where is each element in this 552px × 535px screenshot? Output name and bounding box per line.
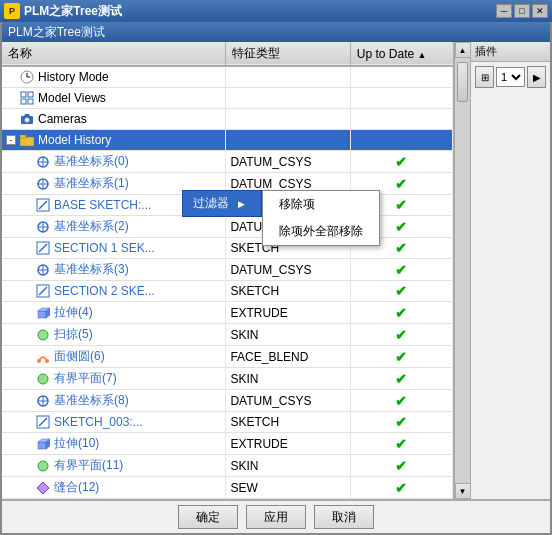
filter-label: 过滤器 (193, 195, 229, 212)
plugin-toolbar-row: ⊞ 1 2 3 ▶ (475, 66, 546, 88)
datum-icon (35, 262, 51, 278)
scrollbar[interactable]: ▲ ▼ (454, 42, 470, 499)
row-name-label: 拉伸(4) (54, 304, 93, 321)
cell-check: ✔ (350, 477, 452, 499)
cell-check (350, 66, 452, 88)
svg-point-35 (45, 359, 49, 363)
cell-name: -Model History (2, 130, 226, 151)
context-menu-item-remove[interactable]: 移除项 (263, 191, 379, 218)
sketch-icon (35, 414, 51, 430)
sketch-icon (35, 197, 51, 213)
sew-icon (35, 480, 51, 496)
check-icon: ✔ (395, 414, 407, 430)
extrude-icon (35, 436, 51, 452)
cell-type: FACE_BLEND (226, 346, 350, 368)
scroll-down-button[interactable]: ▼ (455, 483, 471, 499)
skin-icon (35, 458, 51, 474)
submenu-arrow-icon: ▶ (238, 199, 245, 209)
table-row[interactable]: 拉伸(10)EXTRUDE✔ (2, 433, 453, 455)
context-menu-item-remove-all[interactable]: 除项外全部移除 (263, 218, 379, 245)
col-name-header[interactable]: 名称 (2, 42, 226, 66)
table-row[interactable]: 基准坐标系(0)DATUM_CSYS✔ (2, 151, 453, 173)
ok-button[interactable]: 确定 (178, 505, 238, 529)
plugin-grid-button[interactable]: ⊞ (475, 66, 494, 88)
svg-marker-9 (24, 114, 30, 116)
check-icon: ✔ (395, 393, 407, 409)
row-name-label: BASE SKETCH:... (54, 198, 151, 212)
check-icon: ✔ (395, 305, 407, 321)
svg-rect-6 (28, 99, 33, 104)
cell-check: ✔ (350, 346, 452, 368)
table-row[interactable]: 拉伸(4)EXTRUDE✔ (2, 302, 453, 324)
plugin-action-button[interactable]: ▶ (527, 66, 546, 88)
sketch-icon (35, 240, 51, 256)
table-row[interactable]: 扫掠(5)SKIN✔ (2, 324, 453, 346)
svg-point-34 (37, 359, 41, 363)
check-icon: ✔ (395, 327, 407, 343)
table-row[interactable]: SKETCH_003:...SKETCH✔ (2, 412, 453, 433)
row-name-label: 基准坐标系(0) (54, 153, 129, 170)
svg-marker-46 (37, 482, 49, 494)
cell-type: SKIN (226, 324, 350, 346)
close-button[interactable]: ✕ (532, 4, 548, 18)
dialog-title: PLM之家Tree测试 (8, 24, 105, 41)
plugin-content: ⊞ 1 2 3 ▶ (471, 62, 550, 499)
cell-type: SKETCH (226, 281, 350, 302)
table-row[interactable]: -Model History (2, 130, 453, 151)
table-row[interactable]: 基准坐标系(8)DATUM_CSYS✔ (2, 390, 453, 412)
filter-submenu-trigger[interactable]: 过滤器 ▶ (182, 190, 262, 217)
row-name-label: 基准坐标系(3) (54, 261, 129, 278)
cell-type: SEW (226, 477, 350, 499)
cell-check: ✔ (350, 390, 452, 412)
row-name-label: 有界平面(11) (54, 457, 123, 474)
scroll-track[interactable] (455, 58, 470, 483)
table-row[interactable]: 基准坐标系(3)DATUM_CSYS✔ (2, 259, 453, 281)
plugin-number-select[interactable]: 1 2 3 (496, 67, 525, 87)
table-row[interactable]: SECTION 2 SKE...SKETCH✔ (2, 281, 453, 302)
table-row[interactable]: History Mode (2, 66, 453, 88)
table-row[interactable]: Cameras (2, 109, 453, 130)
row-name-label: 面侧圆(6) (54, 348, 105, 365)
scroll-up-button[interactable]: ▲ (455, 42, 471, 58)
table-row[interactable]: Model Views (2, 88, 453, 109)
cell-name: 基准坐标系(8) (2, 390, 226, 412)
cell-type: DATUM_CSYS (226, 390, 350, 412)
check-icon: ✔ (395, 240, 407, 256)
folder-icon (19, 132, 35, 148)
cancel-button[interactable]: 取消 (314, 505, 374, 529)
tree-panel[interactable]: 名称 特征类型 Up to Date History ModeModel Vie… (2, 42, 454, 499)
cell-type (226, 130, 350, 151)
dialog-window: PLM之家Tree测试 名称 特征类型 (0, 22, 552, 535)
app-icon: P (4, 3, 20, 19)
cell-check (350, 109, 452, 130)
bottom-button-bar: 确定 应用 取消 (2, 499, 550, 533)
cell-type: SKETCH (226, 412, 350, 433)
cell-type: DATUM_CSYS (226, 259, 350, 281)
cell-name: History Mode (2, 66, 226, 88)
cell-type (226, 88, 350, 109)
dialog-title-bar: PLM之家Tree测试 (2, 22, 550, 42)
table-row[interactable]: 缝合(12)SEW✔ (2, 477, 453, 499)
check-icon: ✔ (395, 458, 407, 474)
table-row[interactable]: 面侧圆(6)FACE_BLEND✔ (2, 346, 453, 368)
col-date-header[interactable]: Up to Date (350, 42, 452, 66)
maximize-button[interactable]: □ (514, 4, 530, 18)
row-name-label: 拉伸(10) (54, 435, 99, 452)
row-name-label: SECTION 2 SKE... (54, 284, 155, 298)
skin-icon (35, 371, 51, 387)
expand-button[interactable]: - (6, 135, 16, 145)
scroll-thumb[interactable] (457, 62, 468, 102)
svg-rect-10 (20, 137, 34, 146)
col-type-header[interactable]: 特征类型 (226, 42, 350, 66)
apply-button[interactable]: 应用 (246, 505, 306, 529)
datum-icon (35, 219, 51, 235)
cell-name: 缝合(12) (2, 477, 226, 499)
cell-type (226, 66, 350, 88)
minimize-button[interactable]: ─ (496, 4, 512, 18)
svg-point-33 (38, 330, 48, 340)
cell-check: ✔ (350, 412, 452, 433)
cell-check: ✔ (350, 151, 452, 173)
table-row[interactable]: 有界平面(7)SKIN✔ (2, 368, 453, 390)
table-row[interactable]: 有界平面(11)SKIN✔ (2, 455, 453, 477)
cell-check: ✔ (350, 368, 452, 390)
